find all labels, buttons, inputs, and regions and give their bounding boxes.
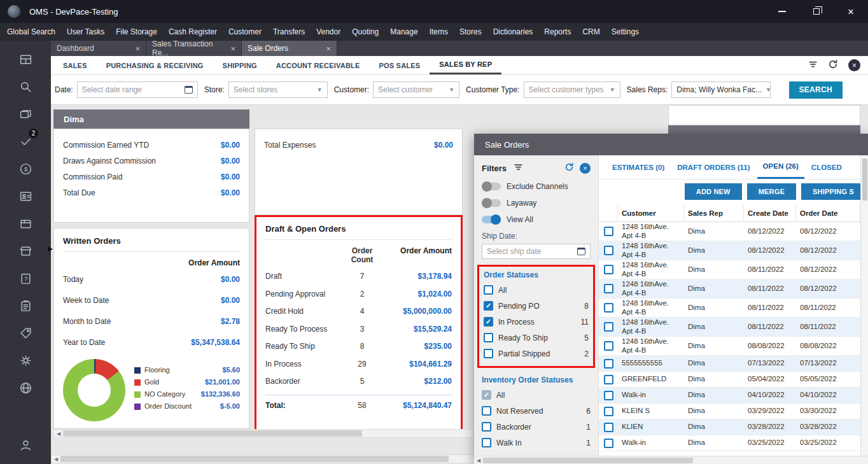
order-row[interactable]: 5555555555Dima07/13/202207/13/2022 — [599, 356, 868, 372]
row-checkbox[interactable] — [604, 423, 613, 432]
restore-button[interactable] — [799, 0, 834, 23]
subtab-purchasing-receiving[interactable]: PURCHASING & RECEIVING — [97, 56, 213, 74]
order-tab-estimates-0[interactable]: ESTIMATES (0) — [606, 155, 670, 179]
status-walk-in[interactable]: Walk In1 — [482, 438, 591, 447]
menu-item-global-search[interactable]: Global Search — [1, 27, 61, 36]
contact-icon[interactable] — [11, 183, 39, 210]
gear-icon[interactable] — [11, 347, 39, 374]
date-range-input[interactable]: Select date range — [77, 81, 198, 98]
minimize-button[interactable] — [765, 0, 799, 23]
scrollbar-thumb[interactable] — [862, 158, 867, 200]
subtab-sales-by-rep[interactable]: SALES BY REP — [430, 56, 501, 74]
toggle-switch[interactable] — [482, 199, 501, 207]
order-tab-closed[interactable]: CLOSED — [806, 155, 848, 179]
menu-item-stores[interactable]: Stores — [454, 27, 487, 36]
clipboard-icon[interactable] — [11, 292, 39, 320]
flyout-arrow-icon[interactable]: ▶ — [48, 246, 53, 252]
order-row[interactable]: KLIENDima03/28/202203/28/2022 — [599, 419, 868, 435]
horizontal-scrollbar[interactable]: ◀ — [53, 429, 474, 438]
scrollbar-thumb[interactable] — [63, 430, 362, 437]
toggle-switch[interactable] — [482, 216, 501, 223]
close-button[interactable]: × — [834, 0, 868, 23]
row-checkbox[interactable] — [604, 284, 613, 293]
doc-tab-dashboard[interactable]: Dashboard× — [51, 41, 146, 56]
menu-item-dictionaries[interactable]: Dictionaries — [487, 27, 539, 36]
menu-item-customer[interactable]: Customer — [223, 27, 267, 36]
folders-icon[interactable] — [11, 101, 39, 128]
globe-icon[interactable] — [11, 374, 39, 402]
ship-date-input[interactable]: Select ship date — [482, 244, 591, 259]
checkbox[interactable] — [482, 422, 491, 432]
calendar-icon[interactable] — [577, 248, 585, 255]
subtab-pos-sales[interactable]: POS SALES — [370, 56, 430, 74]
row-checkbox[interactable] — [604, 407, 613, 416]
close-tab-icon[interactable]: × — [230, 44, 235, 53]
checkbox[interactable] — [484, 301, 493, 311]
customer-type-select[interactable]: Select customer types ▼ — [524, 81, 620, 98]
order-row[interactable]: 1248 16thAve. Apt 4-BDima08/11/202208/12… — [599, 279, 868, 299]
search-icon[interactable] — [11, 73, 39, 101]
order-row[interactable]: KLEIN SDima03/29/202203/30/2022 — [599, 404, 868, 419]
filter-icon[interactable] — [514, 163, 523, 174]
menu-item-user-tasks[interactable]: User Tasks — [61, 27, 110, 36]
menu-item-cash-register[interactable]: Cash Register — [163, 27, 223, 36]
calendar-icon[interactable] — [185, 86, 193, 94]
tasks-icon[interactable]: 2 — [11, 128, 39, 155]
popup-header[interactable]: Sale Orders — [474, 134, 868, 155]
scrollbar-thumb[interactable] — [483, 458, 693, 463]
chevron-down-icon[interactable]: ▼ — [762, 87, 771, 93]
tag-icon[interactable] — [11, 320, 39, 347]
menu-item-quoting[interactable]: Quoting — [346, 27, 384, 36]
menu-item-reports[interactable]: Reports — [538, 27, 577, 36]
close-filters-icon[interactable]: × — [580, 163, 591, 174]
checkbox[interactable] — [484, 317, 493, 327]
row-checkbox[interactable] — [604, 439, 613, 448]
order-row[interactable]: Walk-inDima04/10/202204/10/2022 — [599, 388, 868, 404]
help-icon[interactable]: ? — [11, 265, 39, 292]
currency-icon[interactable]: $ — [11, 155, 39, 183]
scrollbar-thumb[interactable] — [60, 456, 449, 462]
toggle-layaway[interactable]: Layaway — [482, 199, 591, 207]
customer-select[interactable]: Select customer ▼ — [373, 81, 459, 98]
order-tab-draft-orders-11[interactable]: DRAFT ORDERS (11) — [671, 155, 755, 179]
order-row[interactable]: 1248 16thAve. Apt 4-BDima08/11/202208/11… — [599, 299, 868, 318]
doc-tab-sales-transaction-re[interactable]: Sales Transaction Re...× — [146, 41, 242, 56]
add-new-button[interactable]: ADD NEW — [685, 183, 742, 200]
row-checkbox[interactable] — [604, 391, 613, 400]
store-icon[interactable] — [11, 237, 39, 265]
menu-item-transfers[interactable]: Transfers — [267, 27, 311, 36]
row-checkbox[interactable] — [604, 359, 613, 369]
toggle-view-all[interactable]: View All — [482, 215, 591, 224]
refresh-icon[interactable] — [828, 59, 838, 71]
order-row[interactable]: Walk-inDima03/25/202203/25/2022 — [599, 435, 868, 451]
checkbox[interactable] — [482, 390, 491, 400]
order-row[interactable]: 1248 16thAve. Apt 4-BDima08/11/202208/11… — [599, 318, 868, 337]
status-backorder[interactable]: Backorder1 — [482, 422, 591, 432]
order-row[interactable]: 1248 16thAve. Apt 4-BDima08/12/202208/12… — [599, 222, 868, 241]
status-partial-shipped[interactable]: Partial Shipped2 — [484, 349, 589, 358]
row-checkbox[interactable] — [604, 227, 613, 236]
row-checkbox[interactable] — [604, 265, 613, 274]
menu-item-crm[interactable]: CRM — [577, 27, 605, 36]
horizontal-scrollbar[interactable]: ◀ — [474, 456, 868, 464]
menu-item-file-storage[interactable]: File Storage — [110, 27, 163, 36]
close-dashboard-icon[interactable]: × — [848, 59, 860, 71]
status-pending-po[interactable]: Pending PO8 — [484, 301, 589, 311]
order-row[interactable]: 1248 16thAve. Apt 4-BDima08/08/202208/08… — [599, 337, 868, 356]
toggle-switch[interactable] — [482, 183, 501, 190]
checkbox[interactable] — [484, 349, 493, 358]
status-in-process[interactable]: In Process11 — [484, 317, 589, 327]
menu-item-manage[interactable]: Manage — [384, 27, 423, 36]
row-checkbox[interactable] — [604, 375, 613, 384]
chevron-down-icon[interactable]: ▼ — [445, 87, 454, 93]
row-checkbox[interactable] — [604, 322, 613, 332]
checkbox[interactable] — [482, 406, 491, 416]
sales-reps-select[interactable]: Dima; Willy Wonka Fac... ▼ — [671, 81, 771, 98]
close-tab-icon[interactable]: × — [326, 44, 331, 53]
menu-item-vendor[interactable]: Vendor — [311, 27, 346, 36]
checkbox[interactable] — [484, 285, 493, 295]
clear-filter-icon[interactable] — [808, 60, 818, 71]
status-all[interactable]: All — [482, 390, 591, 400]
merge-button[interactable]: MERGE — [747, 183, 796, 200]
search-button[interactable]: SEARCH — [789, 81, 843, 99]
